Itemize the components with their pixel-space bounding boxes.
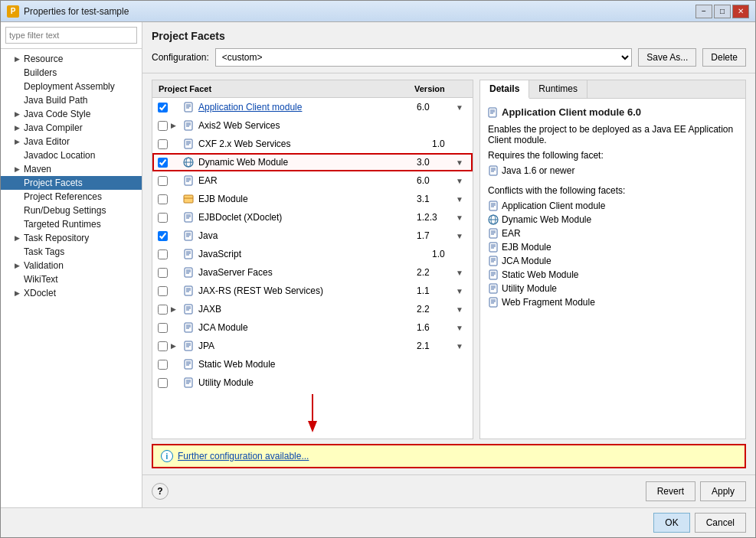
facet-row-app-client-module[interactable]: Application Client module6.0▼	[152, 98, 473, 116]
filter-input[interactable]	[5, 27, 137, 44]
sidebar-item-wikitext[interactable]: WikiText	[1, 272, 142, 286]
facet-name-app-client-module[interactable]: Application Client module	[198, 102, 414, 112]
help-button[interactable]: ?	[152, 483, 169, 500]
delete-button[interactable]: Delete	[702, 48, 746, 67]
facet-checkbox-dynamic-web-module[interactable]	[158, 158, 168, 168]
facet-checkbox-ejbdoclet[interactable]	[158, 213, 168, 223]
facet-checkbox-jaxb[interactable]	[158, 305, 168, 315]
sidebar-item-deployment-assembly[interactable]: Deployment Assembly	[1, 80, 142, 93]
sidebar-item-targeted-runtimes[interactable]: Targeted Runtimes	[1, 217, 142, 231]
facet-row-jaxb[interactable]: ▶JAXB2.2▼	[152, 300, 473, 318]
facet-checkbox-cxf-web-services[interactable]	[158, 139, 168, 149]
details-conflict-item: Utility Module	[488, 282, 738, 295]
facet-checkbox-axis2-web-services[interactable]	[158, 121, 168, 131]
facet-row-ejb-module[interactable]: EJB Module3.1▼	[152, 190, 473, 208]
facet-checkbox-app-client-module[interactable]	[158, 103, 168, 112]
facet-checkbox-jca-module[interactable]	[158, 323, 168, 333]
facet-name-dynamic-web-module: Dynamic Web Module	[198, 157, 414, 168]
sidebar-item-builders[interactable]: Builders	[1, 66, 142, 80]
sidebar-item-resource[interactable]: ▶Resource	[1, 52, 142, 66]
sidebar-item-label: Java Editor	[24, 136, 70, 147]
config-label: Configuration:	[152, 52, 209, 63]
facet-row-javaserver-faces[interactable]: JavaServer Faces2.2▼	[152, 263, 473, 282]
close-button[interactable]: ✕	[732, 5, 749, 18]
facet-dropdown-ejbdoclet[interactable]: ▼	[456, 214, 471, 222]
facet-row-static-web-module[interactable]: Static Web Module	[152, 355, 473, 373]
minimize-button[interactable]: −	[695, 5, 712, 18]
details-conflict-item: JCA Module	[488, 254, 738, 268]
tree-arrow-icon: ▶	[15, 234, 22, 242]
sidebar-item-label: WikiText	[24, 274, 58, 285]
facet-row-jpa[interactable]: ▶JPA2.1▼	[152, 337, 473, 355]
facet-name-java: Java	[198, 230, 414, 241]
facet-row-javascript[interactable]: JavaScript1.0	[152, 245, 473, 263]
sidebar-item-maven[interactable]: ▶Maven	[1, 162, 142, 176]
sidebar-item-project-facets[interactable]: Project Facets	[1, 176, 142, 190]
ok-button[interactable]: OK	[653, 513, 689, 533]
details-tab-details[interactable]: Details	[480, 80, 529, 99]
sidebar-item-java-code-style[interactable]: ▶Java Code Style	[1, 107, 142, 121]
sidebar-item-run-debug-settings[interactable]: Run/Debug Settings	[1, 204, 142, 217]
sidebar-item-java-compiler[interactable]: ▶Java Compiler	[1, 121, 142, 135]
facet-checkbox-ejb-module[interactable]	[158, 194, 168, 204]
sidebar-item-javadoc-location[interactable]: Javadoc Location	[1, 148, 142, 162]
sidebar-filter-area	[1, 22, 142, 49]
facet-dropdown-jaxb[interactable]: ▼	[456, 305, 471, 314]
apply-button[interactable]: Apply	[700, 481, 746, 501]
details-conflict-item: Application Client module	[488, 199, 738, 213]
details-conflict-icon	[488, 256, 499, 266]
facet-checkbox-utility-module[interactable]	[158, 378, 168, 388]
facet-checkbox-javaserver-faces[interactable]	[158, 268, 168, 278]
facet-dropdown-jax-rs[interactable]: ▼	[456, 287, 471, 295]
config-select[interactable]: <custom>	[215, 48, 633, 67]
facet-row-jca-module[interactable]: JCA Module1.6▼	[152, 318, 473, 337]
svg-rect-25	[185, 231, 192, 240]
facet-dropdown-java[interactable]: ▼	[456, 232, 471, 240]
facet-row-jax-rs[interactable]: JAX-RS (REST Web Services)1.1▼	[152, 282, 473, 300]
facet-icon-javascript	[182, 248, 195, 260]
facet-row-dynamic-web-module[interactable]: Dynamic Web Module3.0▼	[152, 153, 473, 171]
sidebar-item-xdoclet[interactable]: ▶XDoclet	[1, 286, 142, 300]
further-config-link[interactable]: Further configuration available...	[178, 451, 309, 461]
sidebar-item-label: Java Build Path	[24, 95, 87, 106]
facet-row-axis2-web-services[interactable]: ▶Axis2 Web Services	[152, 116, 473, 135]
facet-checkbox-javascript[interactable]	[158, 249, 168, 259]
facet-checkbox-static-web-module[interactable]	[158, 360, 168, 370]
facet-row-ejbdoclet[interactable]: EJBDoclet (XDoclet)1.2.3▼	[152, 208, 473, 227]
svg-rect-71	[489, 108, 496, 117]
sidebar-item-java-editor[interactable]: ▶Java Editor	[1, 135, 142, 148]
sidebar-item-task-tags[interactable]: Task Tags	[1, 245, 142, 259]
sidebar-item-java-build-path[interactable]: Java Build Path	[1, 93, 142, 107]
facet-row-utility-module[interactable]: Utility Module	[152, 373, 473, 391]
facet-checkbox-ear[interactable]	[158, 176, 168, 186]
facet-expand-axis2-web-services: ▶	[171, 122, 182, 129]
facet-row-java[interactable]: Java1.7▼	[152, 227, 473, 245]
config-row: Configuration: <custom> Save As... Delet…	[152, 48, 746, 67]
facet-dropdown-javaserver-faces[interactable]: ▼	[456, 269, 471, 277]
sidebar-item-project-references[interactable]: Project References	[1, 190, 142, 204]
facet-dropdown-ejb-module[interactable]: ▼	[456, 195, 471, 204]
maximize-button[interactable]: □	[714, 5, 731, 18]
facet-checkbox-jpa[interactable]	[158, 341, 168, 351]
revert-button[interactable]: Revert	[646, 481, 695, 501]
svg-rect-37	[185, 286, 192, 295]
facet-dropdown-app-client-module[interactable]: ▼	[456, 103, 471, 112]
sidebar-item-label: Targeted Runtimes	[24, 219, 101, 230]
details-tab-runtimes[interactable]: Runtimes	[529, 80, 587, 98]
sidebar-item-label: Java Code Style	[24, 109, 90, 119]
facet-dropdown-ear[interactable]: ▼	[456, 177, 471, 185]
facet-row-cxf-web-services[interactable]: CXF 2.x Web Services1.0	[152, 135, 473, 153]
facet-dropdown-jpa[interactable]: ▼	[456, 342, 471, 351]
info-icon: i	[161, 450, 173, 462]
facet-dropdown-jca-module[interactable]: ▼	[456, 324, 471, 332]
facet-checkbox-jax-rs[interactable]	[158, 286, 168, 296]
save-as-button[interactable]: Save As...	[638, 48, 696, 67]
facet-row-ear[interactable]: EAR6.0▼	[152, 171, 473, 190]
cancel-button[interactable]: Cancel	[695, 513, 746, 533]
facet-checkbox-java[interactable]	[158, 231, 168, 241]
sidebar-item-task-repository[interactable]: ▶Task Repository	[1, 231, 142, 245]
facet-dropdown-dynamic-web-module[interactable]: ▼	[456, 158, 471, 167]
facet-icon-jpa	[182, 340, 195, 352]
facet-icon-javaserver-faces	[182, 266, 195, 279]
sidebar-item-validation[interactable]: ▶Validation	[1, 259, 142, 272]
